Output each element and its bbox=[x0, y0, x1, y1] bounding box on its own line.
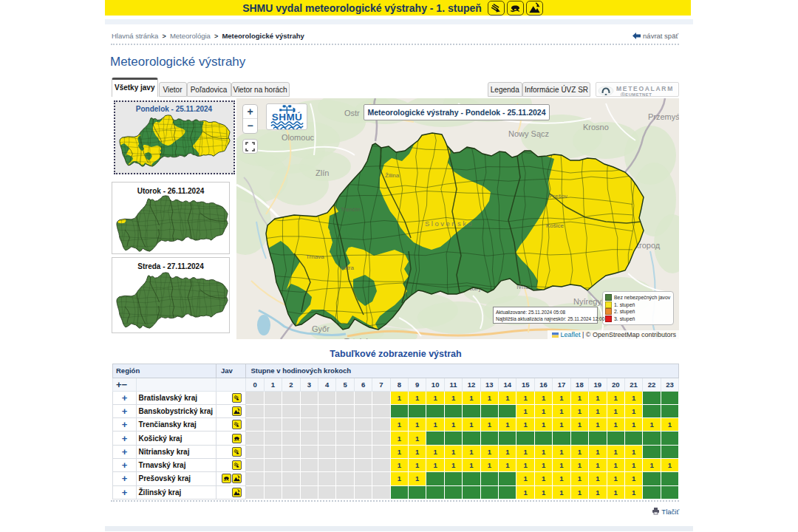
svg-text:Trnava: Trnava bbox=[306, 253, 324, 260]
svg-text:Przemyśl: Przemyśl bbox=[648, 112, 679, 121]
svg-text:Krosno: Krosno bbox=[583, 123, 609, 132]
svg-text:Olomouc: Olomouc bbox=[282, 133, 315, 142]
svg-text:Zlín: Zlín bbox=[316, 168, 329, 177]
svg-text:Nowy Sącz: Nowy Sącz bbox=[508, 129, 549, 138]
svg-text:METEOALARM: METEOALARM bbox=[616, 84, 674, 92]
svg-text:Nitra: Nitra bbox=[341, 265, 354, 271]
svg-text:Prešov: Prešov bbox=[549, 193, 567, 200]
svg-text:Győr: Győr bbox=[312, 324, 330, 333]
svg-text:SHMÚ: SHMÚ bbox=[271, 111, 302, 122]
svg-text:Ostr: Ostr bbox=[344, 109, 360, 117]
svg-text:Žilina: Žilina bbox=[385, 172, 400, 179]
svg-text:Tatabánya: Tatabánya bbox=[344, 337, 383, 339]
svg-text:ⓈEUMETNET: ⓈEUMETNET bbox=[621, 91, 652, 97]
svg-text:Trenčín: Trenčín bbox=[341, 206, 361, 213]
svg-text:Košice: Košice bbox=[546, 222, 565, 229]
svg-text:Slovensko: Slovensko bbox=[425, 219, 474, 228]
